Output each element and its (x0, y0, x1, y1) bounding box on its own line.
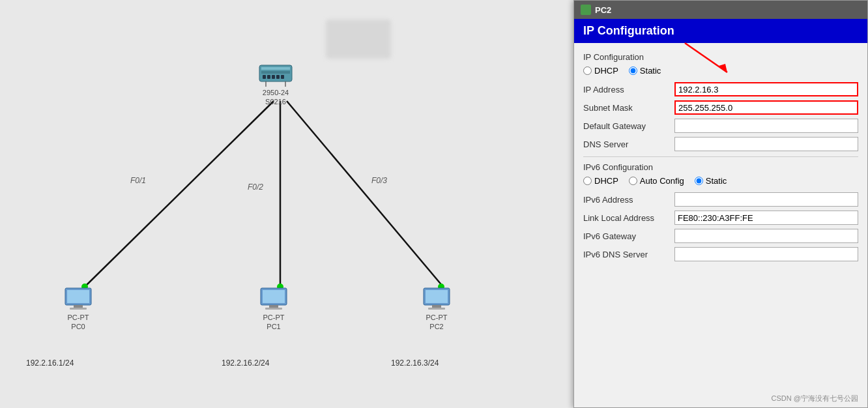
pc0-ip-label: 192.2.16.1/24 (26, 358, 74, 368)
dhcp-v6-label-text: DHCP (594, 176, 618, 186)
section-divider (583, 156, 858, 157)
svg-rect-23 (432, 305, 441, 308)
svg-rect-15 (74, 305, 83, 308)
svg-rect-20 (265, 308, 282, 310)
ipv6-address-row: IPv6 Address (583, 192, 858, 207)
dialog-title: PC2 (595, 5, 611, 15)
ipv6-dns-input[interactable] (674, 247, 858, 261)
port-f03-label: F0/3 (371, 176, 387, 185)
subnet-mask-input[interactable] (674, 100, 858, 115)
pc0-device: PC-PT PC0 (62, 287, 94, 332)
svg-rect-16 (70, 308, 87, 310)
auto-config-label-text: Auto Config (640, 176, 684, 186)
pc1-device: PC-PT PC1 (257, 287, 290, 332)
ip-address-label: IP Address (583, 85, 674, 95)
ipv6-gateway-input[interactable] (674, 229, 858, 243)
ipv6-address-input[interactable] (674, 192, 858, 207)
static-radio[interactable] (629, 66, 637, 75)
pc2-device: PC-PT PC2 (420, 287, 453, 332)
svg-rect-10 (281, 75, 284, 79)
default-gateway-label: Default Gateway (583, 121, 674, 131)
dialog-titlebar: PC2 (574, 1, 867, 19)
subnet-mask-row: Subnet Mask (583, 100, 858, 115)
svg-line-0 (85, 101, 274, 287)
switch-label1: 2950-24 (263, 88, 289, 97)
ipv6-address-label: IPv6 Address (583, 195, 674, 205)
ip-config-header: IP Configuration (574, 19, 867, 43)
pc1-icon (257, 287, 290, 313)
port-f02-label: F0/2 (248, 182, 263, 192)
svg-rect-7 (267, 75, 270, 79)
ip-address-input[interactable] (674, 82, 858, 96)
ipv6-gateway-row: IPv6 Gateway (583, 229, 858, 243)
auto-config-radio-label[interactable]: Auto Config (629, 176, 684, 186)
switch-device: 2950-24 S0216 (256, 59, 295, 107)
svg-line-2 (287, 101, 443, 287)
svg-rect-22 (426, 290, 448, 303)
ipv6-gateway-label: IPv6 Gateway (583, 231, 674, 241)
dns-server-row: DNS Server (583, 137, 858, 151)
ipv6-dns-label: IPv6 DNS Server (583, 250, 674, 259)
link-local-input[interactable] (674, 211, 858, 225)
auto-config-radio[interactable] (629, 177, 637, 185)
network-diagram: 2950-24 S0216 PC-PT PC0 PC-PT PC1 (0, 0, 573, 408)
dialog-body: IP Configuration DHCP Static IP Address … (574, 43, 867, 272)
pc0-name: PC0 (71, 322, 85, 331)
dhcp-radio[interactable] (583, 66, 592, 75)
dns-server-input[interactable] (674, 137, 858, 151)
svg-rect-4 (261, 67, 290, 70)
static-label-text: Static (640, 66, 661, 76)
svg-rect-18 (263, 290, 285, 303)
svg-rect-9 (276, 75, 280, 79)
pc2-dialog: PC2 IP Configuration IP Configuration DH… (573, 0, 868, 408)
svg-rect-14 (67, 290, 89, 303)
blurred-device (326, 20, 391, 59)
pc1-type: PC-PT (263, 313, 285, 322)
ip-section-label: IP Configuration (583, 52, 858, 62)
pc2-name: PC2 (429, 322, 443, 331)
pc0-type: PC-PT (68, 313, 89, 322)
svg-rect-8 (272, 75, 275, 79)
pc1-name: PC1 (267, 322, 280, 331)
pc2-icon (420, 287, 453, 313)
static-radio-label[interactable]: Static (629, 66, 661, 76)
subnet-mask-label: Subnet Mask (583, 103, 674, 113)
switch-label2: S0216 (265, 97, 286, 106)
port-f01-label: F0/1 (130, 176, 146, 185)
dhcp-label-text: DHCP (594, 66, 618, 76)
static-v6-radio-label[interactable]: Static (695, 176, 727, 186)
ip-address-row: IP Address (583, 82, 858, 96)
watermark: CSDN @宁海没有七号公园 (772, 394, 858, 403)
pc1-ip-label: 192.2.16.2/24 (222, 358, 269, 368)
svg-rect-19 (269, 305, 278, 308)
default-gateway-input[interactable] (674, 119, 858, 133)
switch-icon (256, 59, 295, 88)
pc0-icon (62, 287, 94, 313)
dialog-icon (581, 5, 591, 15)
dhcp-v6-radio[interactable] (583, 177, 592, 185)
svg-rect-24 (428, 308, 445, 310)
dhcp-v6-radio-label[interactable]: DHCP (583, 176, 618, 186)
pc2-ip-label: 192.2.16.3/24 (391, 358, 439, 368)
link-local-label: Link Local Address (583, 213, 674, 223)
ipv6-section-label: IPv6 Configuration (583, 162, 858, 172)
ipv6-mode-row: DHCP Auto Config Static (583, 176, 858, 186)
default-gateway-row: Default Gateway (583, 119, 858, 133)
ipv6-dns-row: IPv6 DNS Server (583, 247, 858, 261)
dns-server-label: DNS Server (583, 139, 674, 149)
svg-rect-5 (261, 71, 290, 74)
svg-rect-6 (263, 75, 266, 79)
dhcp-radio-label[interactable]: DHCP (583, 66, 618, 76)
pc2-type: PC-PT (426, 313, 448, 322)
static-v6-radio[interactable] (695, 177, 703, 185)
link-local-row: Link Local Address (583, 211, 858, 225)
ip-mode-row: DHCP Static (583, 66, 858, 76)
static-v6-label-text: Static (706, 176, 727, 186)
